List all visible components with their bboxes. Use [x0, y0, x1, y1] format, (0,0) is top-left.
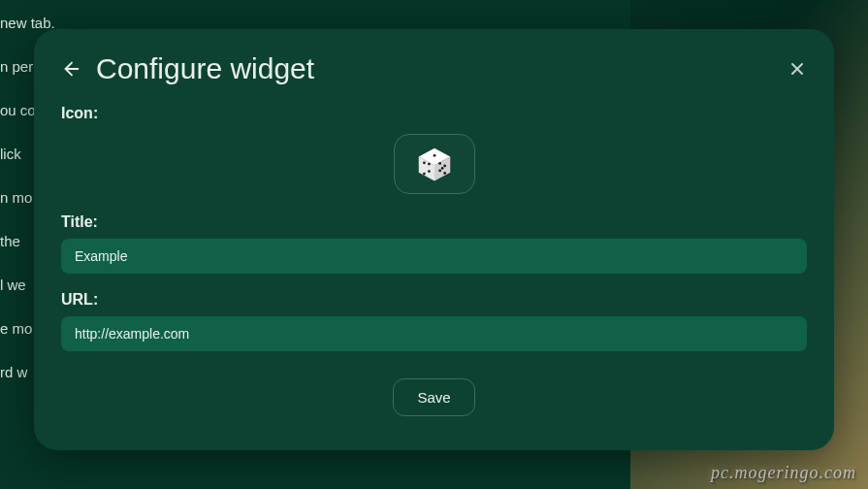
back-button[interactable]: [61, 58, 82, 80]
icon-picker-button[interactable]: [394, 134, 475, 194]
title-input[interactable]: [61, 239, 807, 274]
icon-picker-row: [61, 134, 807, 194]
svg-point-10: [428, 163, 431, 166]
icon-field-label: Icon:: [61, 105, 807, 122]
svg-point-7: [423, 161, 426, 164]
svg-point-8: [428, 170, 431, 173]
svg-point-14: [443, 172, 446, 175]
watermark: pc.mogeringo.com: [711, 463, 856, 483]
url-field-label: URL:: [61, 291, 807, 309]
svg-point-12: [443, 165, 446, 168]
save-row: Save: [61, 378, 807, 416]
svg-point-13: [438, 170, 441, 173]
modal-header: Configure widget: [61, 52, 807, 85]
close-button[interactable]: [788, 59, 807, 79]
url-input[interactable]: [61, 316, 807, 351]
svg-point-15: [440, 167, 443, 170]
dice-icon: [415, 145, 454, 183]
save-button[interactable]: Save: [393, 378, 474, 416]
title-field-label: Title:: [61, 213, 807, 231]
close-icon: [788, 59, 807, 79]
configure-widget-modal: Configure widget Icon: Titl: [34, 29, 834, 450]
arrow-left-icon: [61, 58, 82, 80]
svg-point-11: [438, 162, 441, 165]
svg-point-6: [433, 154, 435, 157]
svg-point-9: [423, 173, 426, 176]
modal-title: Configure widget: [96, 52, 788, 85]
